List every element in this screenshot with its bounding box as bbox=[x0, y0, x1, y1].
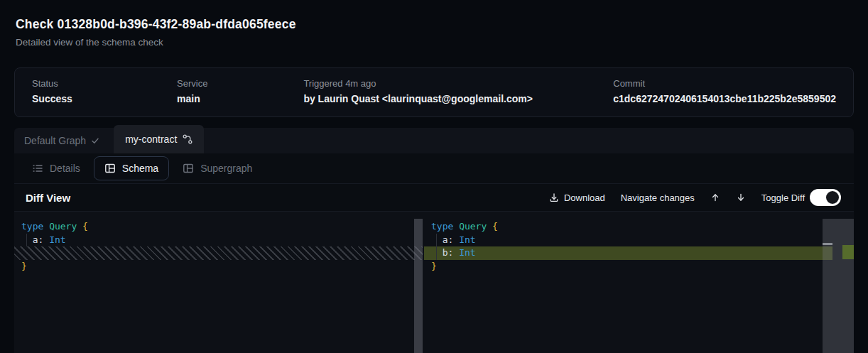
code-token bbox=[487, 221, 492, 232]
code-token bbox=[43, 221, 49, 232]
code-line: } bbox=[14, 260, 423, 273]
code-token: a: bbox=[21, 234, 49, 245]
tab-schema-label: Schema bbox=[122, 163, 158, 174]
service-label: Service bbox=[177, 78, 303, 89]
code-line: type Query { bbox=[424, 220, 854, 234]
code-token: b: bbox=[431, 247, 459, 258]
status-value: Success bbox=[32, 93, 177, 104]
left-scrollbar[interactable] bbox=[414, 219, 423, 353]
view-tab-bar: Details Schema Supergraph bbox=[14, 153, 854, 183]
code-token: Int bbox=[49, 234, 65, 245]
tab-schema[interactable]: Schema bbox=[94, 156, 169, 180]
default-graph-label: Default Graph bbox=[24, 135, 86, 146]
tab-supergraph[interactable]: Supergraph bbox=[172, 156, 263, 180]
check-summary-card: Status Success Service main Triggered 4m… bbox=[14, 67, 854, 117]
code-token: a: bbox=[431, 234, 459, 245]
check-detail-card: Details Schema Supergraph Diff View Down… bbox=[14, 153, 854, 353]
code-line: a: Int bbox=[14, 234, 423, 247]
download-icon bbox=[549, 192, 559, 202]
overview-ruler-added-marker bbox=[842, 245, 854, 259]
summary-service: Service main bbox=[177, 78, 303, 107]
code-token: type bbox=[431, 221, 453, 232]
code-line: a: Int bbox=[424, 234, 854, 247]
diff-controls: Download Navigate changes Toggle Diff bbox=[549, 189, 841, 206]
toggle-diff-control: Toggle Diff bbox=[761, 189, 841, 206]
page-subtitle: Detailed view of the schema check bbox=[16, 37, 296, 48]
minimap-slider-tick bbox=[823, 243, 832, 245]
code-token: Int bbox=[459, 247, 475, 258]
page-header: Check 01328b0d-b396-43f2-89ab-dfda065fee… bbox=[16, 17, 296, 48]
triggered-value: by Laurin Quast <laurinquast@googlemail.… bbox=[303, 93, 613, 104]
arrow-up-icon bbox=[710, 192, 720, 202]
tab-default-graph[interactable]: Default Graph bbox=[14, 128, 109, 153]
next-change-button[interactable] bbox=[736, 192, 746, 202]
my-contract-label: my-contract bbox=[125, 134, 177, 145]
code-after: type Query { a: Int b: Int} bbox=[424, 212, 854, 273]
panels-icon bbox=[183, 163, 194, 174]
commit-label: Commit bbox=[613, 78, 836, 89]
code-line: } bbox=[424, 260, 854, 273]
graph-tab-strip: Default Graph my-contract bbox=[14, 128, 854, 153]
toggle-diff-label: Toggle Diff bbox=[761, 192, 805, 203]
tab-details-label: Details bbox=[50, 163, 80, 174]
summary-triggered: Triggered 4m ago by Laurin Quast <laurin… bbox=[303, 78, 613, 107]
code-line: type Query { bbox=[14, 220, 423, 234]
commit-value: c1dc62724702406154013cbe11b225b2e5859502 bbox=[613, 93, 836, 104]
summary-status: Status Success bbox=[32, 78, 177, 107]
arrow-down-icon bbox=[736, 192, 746, 202]
code-token: Query bbox=[49, 221, 77, 232]
diff-pane-after: type Query { a: Int b: Int} bbox=[424, 212, 854, 353]
tab-supergraph-label: Supergraph bbox=[200, 163, 252, 174]
page-title: Check 01328b0d-b396-43f2-89ab-dfda065fee… bbox=[16, 17, 296, 32]
tab-my-contract[interactable]: my-contract bbox=[114, 125, 204, 153]
status-label: Status bbox=[32, 78, 177, 89]
download-button[interactable]: Download bbox=[549, 192, 605, 203]
code-token: } bbox=[21, 261, 27, 271]
toggle-diff-switch[interactable] bbox=[810, 189, 841, 206]
diff-pane-before: type Query { a: Int} bbox=[14, 212, 423, 353]
code-token: type bbox=[21, 221, 43, 232]
code-token: Int bbox=[459, 234, 475, 245]
previous-change-button[interactable] bbox=[710, 192, 720, 202]
code-token bbox=[77, 221, 82, 232]
diff-view-title: Diff View bbox=[26, 192, 70, 204]
list-icon bbox=[32, 163, 43, 174]
switch-knob bbox=[826, 191, 839, 204]
navigate-changes-label: Navigate changes bbox=[621, 192, 695, 203]
diff-toolbar: Diff View Download Navigate changes bbox=[14, 183, 854, 211]
panels-icon bbox=[104, 163, 116, 174]
check-icon bbox=[91, 136, 99, 145]
code-token: { bbox=[82, 221, 88, 232]
code-before: type Query { a: Int} bbox=[14, 212, 423, 273]
triggered-label: Triggered 4m ago bbox=[303, 78, 613, 89]
indent-guide bbox=[26, 234, 27, 246]
indent-guide bbox=[436, 234, 437, 260]
summary-commit: Commit c1dc62724702406154013cbe11b225b2e… bbox=[613, 78, 836, 107]
code-token: } bbox=[431, 261, 437, 271]
code-token bbox=[453, 221, 459, 232]
right-scrollbar-minimap[interactable] bbox=[823, 219, 854, 353]
code-token: { bbox=[492, 221, 498, 232]
added-code-line: b: Int bbox=[424, 246, 832, 260]
route-icon bbox=[183, 134, 192, 144]
tab-details[interactable]: Details bbox=[21, 156, 91, 180]
download-label: Download bbox=[564, 192, 605, 203]
code-token: Query bbox=[459, 221, 487, 232]
schema-diff-editor: type Query { a: Int} + type Query { a: I… bbox=[14, 211, 854, 353]
removed-line-placeholder bbox=[14, 246, 423, 260]
service-value: main bbox=[177, 93, 303, 104]
